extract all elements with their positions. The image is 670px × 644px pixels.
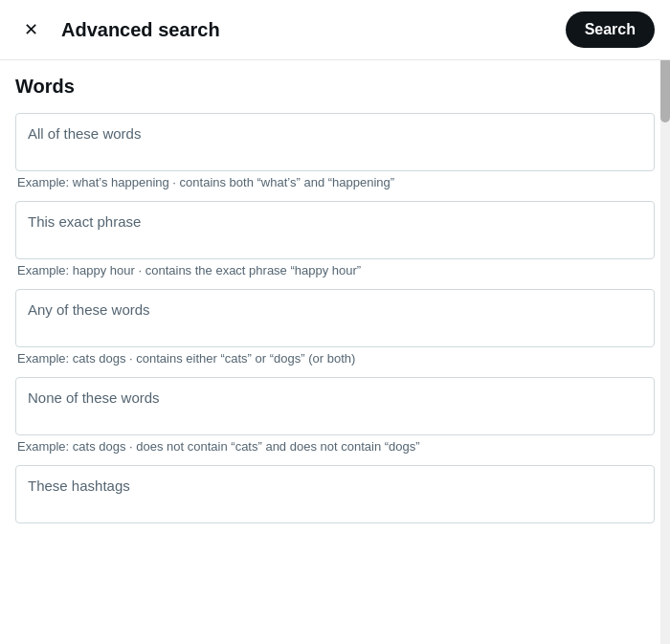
- field-hint-all-words: Example: what’s happening · contains bot…: [15, 175, 655, 189]
- scrollbar-track[interactable]: [660, 0, 670, 644]
- search-button[interactable]: Search: [566, 11, 655, 48]
- any-of-these-words-input[interactable]: [28, 320, 642, 339]
- close-icon: ✕: [24, 19, 38, 40]
- field-box-all-words[interactable]: All of these words: [15, 113, 655, 171]
- field-hint-exact-phrase: Example: happy hour · contains the exact…: [15, 263, 655, 278]
- field-group-any-words: Any of these words Example: cats dogs · …: [15, 289, 655, 366]
- field-group-all-words: All of these words Example: what’s happe…: [15, 113, 655, 189]
- field-group-none-words: None of these words Example: cats dogs ·…: [15, 377, 655, 454]
- field-label-exact-phrase: This exact phrase: [28, 213, 642, 230]
- field-label-any-words: Any of these words: [28, 301, 642, 318]
- header-left: ✕ Advanced search: [15, 14, 220, 45]
- field-label-all-words: All of these words: [28, 125, 642, 142]
- field-box-exact-phrase[interactable]: This exact phrase: [15, 201, 655, 259]
- page-title: Advanced search: [61, 19, 220, 41]
- none-of-these-words-input[interactable]: [28, 408, 642, 427]
- header: ✕ Advanced search Search: [0, 0, 670, 60]
- field-group-hashtags: These hashtags: [15, 465, 655, 523]
- section-title-words: Words: [15, 76, 655, 98]
- field-label-hashtags: These hashtags: [28, 477, 642, 494]
- field-group-exact-phrase: This exact phrase Example: happy hour · …: [15, 201, 655, 278]
- all-of-these-words-input[interactable]: [28, 144, 642, 163]
- field-label-none-words: None of these words: [28, 389, 642, 406]
- field-box-any-words[interactable]: Any of these words: [15, 289, 655, 347]
- field-box-hashtags[interactable]: These hashtags: [15, 465, 655, 523]
- exact-phrase-input[interactable]: [28, 232, 642, 251]
- main-content: Words All of these words Example: what’s…: [0, 60, 670, 550]
- hashtags-input[interactable]: [28, 496, 642, 515]
- field-hint-none-words: Example: cats dogs · does not contain “c…: [15, 439, 655, 454]
- field-box-none-words[interactable]: None of these words: [15, 377, 655, 435]
- close-button[interactable]: ✕: [15, 14, 46, 45]
- field-hint-any-words: Example: cats dogs · contains either “ca…: [15, 351, 655, 366]
